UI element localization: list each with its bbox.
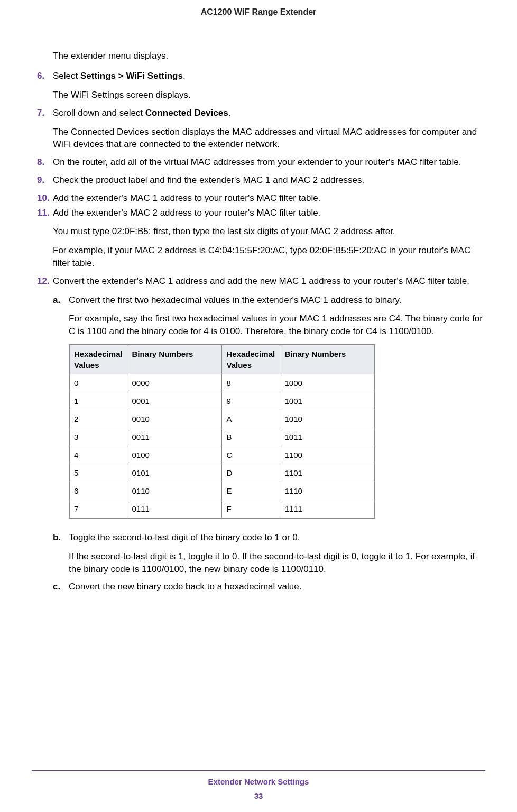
substep-letter: c. xyxy=(53,580,69,593)
step-7: 7. Scroll down and select Connected Devi… xyxy=(37,107,485,151)
substep-body: Toggle the second-to-last digit of the b… xyxy=(69,531,485,575)
table-cell: 0010 xyxy=(127,410,222,428)
step-text: On the router, add all of the virtual MA… xyxy=(53,156,485,169)
step-6: 6. Select Settings > WiFi Settings. The … xyxy=(37,70,485,102)
substep-text: Toggle the second-to-last digit of the b… xyxy=(69,531,485,544)
text-fragment: . xyxy=(228,108,231,118)
table-row: 60110E1110 xyxy=(69,482,375,500)
step-text: Check the product label and find the ext… xyxy=(53,174,485,187)
page-footer: Extender Network Settings 33 xyxy=(0,770,517,801)
table-cell: 2 xyxy=(69,410,127,428)
table-header: Hexadecimal Values xyxy=(69,345,127,374)
table-cell: 1 xyxy=(69,392,127,410)
step-number: 6. xyxy=(37,70,53,102)
substep-b: b. Toggle the second-to-last digit of th… xyxy=(53,531,485,575)
table-cell: 3 xyxy=(69,428,127,446)
table-cell: 0101 xyxy=(127,464,222,482)
table-cell: 6 xyxy=(69,482,127,500)
step-followup: The WiFi Settings screen displays. xyxy=(53,89,485,102)
table-row: 30011B1011 xyxy=(69,428,375,446)
table-cell: 0 xyxy=(69,374,127,392)
table-cell: 1000 xyxy=(280,374,375,392)
page-header-title: AC1200 WiF Range Extender xyxy=(32,0,485,50)
table-cell: 8 xyxy=(222,374,280,392)
step-9: 9. Check the product label and find the … xyxy=(37,174,485,187)
substep-body: Convert the new binary code back to a he… xyxy=(69,580,485,593)
step-number: 12. xyxy=(37,275,53,598)
step-text: Add the extender's MAC 2 address to your… xyxy=(53,207,485,219)
table-row: 1000191001 xyxy=(69,392,375,410)
table-cell: 1100 xyxy=(280,446,375,464)
step-number: 7. xyxy=(37,107,53,151)
table-row: 50101D1101 xyxy=(69,464,375,482)
table-body: 0000081000100019100120010A101030011B1011… xyxy=(69,374,375,518)
table-cell: 0100 xyxy=(127,446,222,464)
step-body: Add the extender's MAC 1 address to your… xyxy=(53,192,485,205)
step-body: Scroll down and select Connected Devices… xyxy=(53,107,485,151)
text-fragment: Scroll down and select xyxy=(53,108,145,118)
bold-text: Settings > WiFi Settings xyxy=(80,71,183,81)
substep-text: Convert the new binary code back to a he… xyxy=(69,580,485,593)
step-body: Select Settings > WiFi Settings. The WiF… xyxy=(53,70,485,102)
step-number: 10. xyxy=(37,192,53,205)
substep-letter: a. xyxy=(53,294,69,526)
table-cell: 0011 xyxy=(127,428,222,446)
step-body: Convert the extender's MAC 1 address and… xyxy=(53,275,485,598)
table-cell: 1001 xyxy=(280,392,375,410)
table-header: Hexadecimal Values xyxy=(222,345,280,374)
step-number: 8. xyxy=(37,156,53,169)
footer-section-title: Extender Network Settings xyxy=(0,776,517,787)
step-number: 9. xyxy=(37,174,53,187)
text-fragment: . xyxy=(183,71,186,81)
step-10: 10. Add the extender's MAC 1 address to … xyxy=(37,192,485,205)
table-cell: 4 xyxy=(69,446,127,464)
step-text: Select Settings > WiFi Settings. xyxy=(53,70,485,82)
table-cell: 1110 xyxy=(280,482,375,500)
table-cell: B xyxy=(222,428,280,446)
step-text: Add the extender's MAC 1 address to your… xyxy=(53,192,485,205)
table-header-row: Hexadecimal Values Binary Numbers Hexade… xyxy=(69,345,375,374)
intro-paragraph: The extender menu displays. xyxy=(53,50,485,62)
step-number: 11. xyxy=(37,207,53,270)
table-row: 40100C1100 xyxy=(69,446,375,464)
step-text: Convert the extender's MAC 1 address and… xyxy=(53,275,485,288)
table-cell: D xyxy=(222,464,280,482)
table-cell: F xyxy=(222,500,280,518)
substep-text: Convert the first two hexadecimal values… xyxy=(69,294,485,307)
table-cell: 1111 xyxy=(280,500,375,518)
text-fragment: Select xyxy=(53,71,80,81)
hex-binary-table: Hexadecimal Values Binary Numbers Hexade… xyxy=(69,344,375,519)
step-11: 11. Add the extender's MAC 2 address to … xyxy=(37,207,485,270)
document-content: The extender menu displays. 6. Select Se… xyxy=(32,50,485,598)
substep-followup: If the second-to-last digit is 1, toggle… xyxy=(69,550,485,576)
substep-a: a. Convert the first two hexadecimal val… xyxy=(53,294,485,526)
table-cell: 5 xyxy=(69,464,127,482)
table-cell: 9 xyxy=(222,392,280,410)
table-cell: 7 xyxy=(69,500,127,518)
step-body: Add the extender's MAC 2 address to your… xyxy=(53,207,485,270)
table-cell: 0000 xyxy=(127,374,222,392)
substep-body: Convert the first two hexadecimal values… xyxy=(69,294,485,526)
table-row: 20010A1010 xyxy=(69,410,375,428)
footer-page-number: 33 xyxy=(0,790,517,801)
table-header: Binary Numbers xyxy=(127,345,222,374)
step-followup: The Connected Devices section displays t… xyxy=(53,126,485,151)
step-body: On the router, add all of the virtual MA… xyxy=(53,156,485,169)
table-cell: 1010 xyxy=(280,410,375,428)
table-cell: A xyxy=(222,410,280,428)
table-row: 70111F1111 xyxy=(69,500,375,518)
table-cell: 1101 xyxy=(280,464,375,482)
substep-c: c. Convert the new binary code back to a… xyxy=(53,580,485,593)
step-8: 8. On the router, add all of the virtual… xyxy=(37,156,485,169)
table-cell: 0111 xyxy=(127,500,222,518)
table-row: 0000081000 xyxy=(69,374,375,392)
step-followup: For example, if your MAC 2 address is C4… xyxy=(53,244,485,270)
table-header: Binary Numbers xyxy=(280,345,375,374)
table-cell: C xyxy=(222,446,280,464)
table-cell: E xyxy=(222,482,280,500)
substep-letter: b. xyxy=(53,531,69,575)
step-followup: You must type 02:0F:B5: first, then type… xyxy=(53,225,485,238)
step-text: Scroll down and select Connected Devices… xyxy=(53,107,485,119)
table-cell: 0001 xyxy=(127,392,222,410)
bold-text: Connected Devices xyxy=(145,108,228,118)
